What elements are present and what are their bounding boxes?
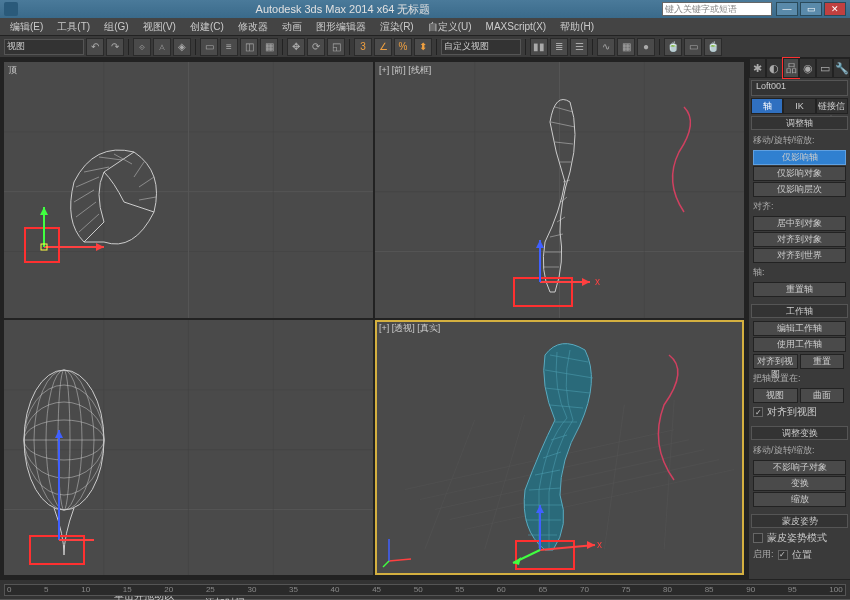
link-button[interactable]: ⟐ bbox=[133, 38, 151, 56]
align-button[interactable]: ≣ bbox=[550, 38, 568, 56]
tab-hierarchy[interactable]: 品 bbox=[783, 58, 800, 78]
use-work-pivot-button[interactable]: 使用工作轴 bbox=[753, 337, 846, 352]
center-to-object-button[interactable]: 居中到对象 bbox=[753, 216, 846, 231]
dont-affect-children-button[interactable]: 不影响子对象 bbox=[753, 460, 846, 475]
menu-tools[interactable]: 工具(T) bbox=[51, 20, 96, 34]
window-crossing-button[interactable]: ▦ bbox=[260, 38, 278, 56]
menu-views[interactable]: 视图(V) bbox=[137, 20, 182, 34]
scale-button[interactable]: ◱ bbox=[327, 38, 345, 56]
rollout-adjust-xform: 调整变换 移动/旋转/缩放: 不影响子对象 变换 缩放 bbox=[751, 426, 848, 510]
menu-group[interactable]: 组(G) bbox=[98, 20, 134, 34]
app-icon bbox=[4, 2, 18, 16]
redo-button[interactable]: ↷ bbox=[106, 38, 124, 56]
snap-toggle-button[interactable]: 3 bbox=[354, 38, 372, 56]
menu-edit[interactable]: 编辑(E) bbox=[4, 20, 49, 34]
rectangle-select-button[interactable]: ◫ bbox=[240, 38, 258, 56]
tab-display[interactable]: ▭ bbox=[816, 58, 833, 78]
close-button[interactable]: ✕ bbox=[824, 2, 846, 16]
label: 把轴放置在: bbox=[753, 370, 846, 387]
reset-pivot-button[interactable]: 重置轴 bbox=[753, 282, 846, 297]
place-surface-button[interactable]: 曲面 bbox=[800, 388, 845, 403]
align-to-world-button[interactable]: 对齐到世界 bbox=[753, 248, 846, 263]
subtab-pivot[interactable]: 轴 bbox=[751, 98, 783, 114]
align-to-object-button[interactable]: 对齐到对象 bbox=[753, 232, 846, 247]
layer-button[interactable]: ☰ bbox=[570, 38, 588, 56]
tab-create[interactable]: ✱ bbox=[749, 58, 766, 78]
rollout-header[interactable]: 调整变换 bbox=[751, 426, 848, 440]
hierarchy-subtabs: 轴 IK 链接信息 bbox=[751, 98, 848, 114]
rollout-header[interactable]: 工作轴 bbox=[751, 304, 848, 318]
percent-snap-button[interactable]: % bbox=[394, 38, 412, 56]
viewport-top[interactable]: 顶 bbox=[4, 62, 373, 318]
place-view-button[interactable]: 视图 bbox=[753, 388, 798, 403]
transform-button[interactable]: 变换 bbox=[753, 476, 846, 491]
subtab-linkinfo[interactable]: 链接信息 bbox=[816, 98, 848, 114]
align-to-view-button[interactable]: 对齐到视图 bbox=[753, 354, 798, 369]
tab-utilities[interactable]: 🔧 bbox=[833, 58, 850, 78]
angle-snap-button[interactable]: ∠ bbox=[374, 38, 392, 56]
curve-editor-button[interactable]: ∿ bbox=[597, 38, 615, 56]
subtab-ik[interactable]: IK bbox=[783, 98, 815, 114]
render-button[interactable]: 🍵 bbox=[704, 38, 722, 56]
material-button[interactable]: ● bbox=[637, 38, 655, 56]
bind-button[interactable]: ◈ bbox=[173, 38, 191, 56]
minimize-button[interactable]: — bbox=[776, 2, 798, 16]
object-name-field[interactable]: Loft001 bbox=[751, 80, 848, 96]
selection-box bbox=[515, 540, 575, 570]
render-frame-button[interactable]: ▭ bbox=[684, 38, 702, 56]
viewport-perspective[interactable]: [+] [透视] [真实] bbox=[375, 320, 744, 576]
undo-button[interactable]: ↶ bbox=[86, 38, 104, 56]
menu-customize[interactable]: 自定义(U) bbox=[422, 20, 478, 34]
scale-button[interactable]: 缩放 bbox=[753, 492, 846, 507]
rollout-header[interactable]: 调整轴 bbox=[751, 116, 848, 130]
label: 移动/旋转/缩放: bbox=[753, 442, 846, 459]
maximize-button[interactable]: ▭ bbox=[800, 2, 822, 16]
view-dropdown[interactable]: 视图 bbox=[4, 39, 84, 55]
mesh-wireframe bbox=[515, 82, 595, 302]
edit-work-pivot-button[interactable]: 编辑工作轴 bbox=[753, 321, 846, 336]
mirror-button[interactable]: ▮▮ bbox=[530, 38, 548, 56]
reset-button[interactable]: 重置 bbox=[800, 354, 845, 369]
svg-line-27 bbox=[555, 107, 573, 112]
menu-create[interactable]: 创建(C) bbox=[184, 20, 230, 34]
title-bar: Autodesk 3ds Max 2014 x64 无标题 键入关键字或短语 —… bbox=[0, 0, 850, 18]
select-name-button[interactable]: ≡ bbox=[220, 38, 238, 56]
affect-object-button[interactable]: 仅影响对象 bbox=[753, 166, 846, 181]
spinner-snap-button[interactable]: ⬍ bbox=[414, 38, 432, 56]
menu-animation[interactable]: 动画 bbox=[276, 20, 308, 34]
select-button[interactable]: ▭ bbox=[200, 38, 218, 56]
selection-box bbox=[513, 277, 573, 307]
viewport-front[interactable]: [+] [前] [线框] bbox=[375, 62, 744, 318]
align-view-checkbox[interactable]: ✓对齐到视图 bbox=[753, 404, 846, 420]
rotate-button[interactable]: ⟳ bbox=[307, 38, 325, 56]
affect-pivot-button[interactable]: 仅影响轴 bbox=[753, 150, 846, 165]
menu-graph[interactable]: 图形编辑器 bbox=[310, 20, 372, 34]
menu-rendering[interactable]: 渲染(R) bbox=[374, 20, 420, 34]
move-button[interactable]: ✥ bbox=[287, 38, 305, 56]
schematic-button[interactable]: ▦ bbox=[617, 38, 635, 56]
spline-path bbox=[634, 350, 714, 490]
skin-pose-mode-checkbox[interactable]: 蒙皮姿势模式 bbox=[753, 530, 846, 546]
menu-modifiers[interactable]: 修改器 bbox=[232, 20, 274, 34]
tab-motion[interactable]: ◉ bbox=[799, 58, 816, 78]
named-selection-dropdown[interactable]: 自定义视图 bbox=[441, 39, 521, 55]
render-setup-button[interactable]: 🍵 bbox=[664, 38, 682, 56]
affect-hierarchy-button[interactable]: 仅影响层次 bbox=[753, 182, 846, 197]
viewport-grid: 顶 [+] [前] [线框] bbox=[0, 58, 748, 579]
label: 移动/旋转/缩放: bbox=[753, 132, 846, 149]
viewport-label: [+] [透视] [真实] bbox=[379, 322, 440, 335]
rollout-adjust-pivot: 调整轴 移动/旋转/缩放: 仅影响轴 仅影响对象 仅影响层次 对齐: 居中到对象… bbox=[751, 116, 848, 300]
mesh-wireframe bbox=[54, 122, 174, 262]
tab-modify[interactable]: ◐ bbox=[766, 58, 783, 78]
menu-maxscript[interactable]: MAXScript(X) bbox=[480, 21, 553, 32]
unlink-button[interactable]: ⟑ bbox=[153, 38, 171, 56]
menu-help[interactable]: 帮助(H) bbox=[554, 20, 600, 34]
viewport-left[interactable] bbox=[4, 320, 373, 576]
add-time-tag[interactable]: 添加时间标记 bbox=[205, 596, 246, 600]
time-slider[interactable]: 0510152025303540455055606570758085909510… bbox=[4, 584, 846, 596]
main-toolbar: 视图 ↶ ↷ ⟐ ⟑ ◈ ▭ ≡ ◫ ▦ ✥ ⟳ ◱ 3 ∠ % ⬍ 自定义视图… bbox=[0, 36, 850, 58]
help-search-input[interactable]: 键入关键字或短语 bbox=[662, 2, 772, 16]
selection-box bbox=[24, 227, 60, 263]
rollout-header[interactable]: 蒙皮姿势 bbox=[751, 514, 848, 528]
position-checkbox[interactable]: ✓位置 bbox=[778, 547, 812, 563]
